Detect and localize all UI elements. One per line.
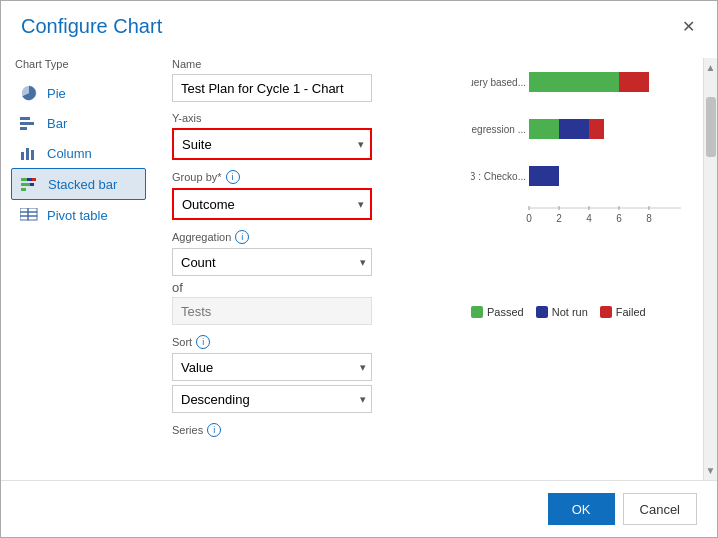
svg-text:4: 4 — [586, 213, 592, 224]
svg-text:Query based...: Query based... — [471, 77, 526, 88]
series-label: Series — [172, 424, 203, 436]
legend-not-run: Not run — [536, 306, 588, 318]
svg-rect-8 — [32, 178, 36, 181]
series-info-icon[interactable]: i — [207, 423, 221, 437]
column-icon — [19, 145, 39, 161]
dialog-footer: OK Cancel — [1, 480, 717, 537]
svg-rect-5 — [31, 150, 34, 160]
svg-text:6: 6 — [616, 213, 622, 224]
groupby-select[interactable]: Outcome Priority State — [174, 190, 370, 218]
yaxis-select[interactable]: Suite Title Priority — [174, 130, 370, 158]
svg-text:13 : Checko...: 13 : Checko... — [471, 171, 526, 182]
stacked-bar-icon — [20, 176, 40, 192]
sidebar-item-stacked-bar-label: Stacked bar — [48, 177, 117, 192]
aggregation-select-wrapper: Count Sum Average ▾ — [172, 248, 372, 276]
sidebar-item-pie[interactable]: Pie — [11, 78, 146, 108]
sidebar-item-pivot-label: Pivot table — [47, 208, 108, 223]
svg-rect-0 — [20, 117, 30, 120]
sort-label: Sort — [172, 336, 192, 348]
groupby-label-row: Group by* i — [172, 170, 447, 184]
name-input[interactable] — [172, 74, 372, 102]
scroll-up-icon[interactable]: ▲ — [706, 58, 716, 77]
sort-order-select-wrapper: Descending Ascending ▾ — [172, 385, 372, 413]
dialog-body: Chart Type Pie Bar Column — [1, 48, 717, 480]
legend-passed: Passed — [471, 306, 524, 318]
legend-passed-label: Passed — [487, 306, 524, 318]
scroll-down-icon[interactable]: ▼ — [706, 461, 716, 480]
groupby-select-wrapper: Outcome Priority State ▾ — [172, 188, 372, 220]
chart-area: Query based... Regression ... 13 : Check… — [471, 58, 695, 298]
cancel-button[interactable]: Cancel — [623, 493, 697, 525]
configure-chart-dialog: Configure Chart ✕ Chart Type Pie Bar — [0, 0, 718, 538]
svg-rect-2 — [20, 127, 27, 130]
chart-svg: Query based... Regression ... 13 : Check… — [471, 58, 691, 258]
title-bar: Configure Chart ✕ — [1, 1, 717, 48]
sidebar-item-stacked-bar[interactable]: Stacked bar — [11, 168, 146, 200]
svg-rect-4 — [26, 148, 29, 160]
bar-icon — [19, 115, 39, 131]
of-input — [172, 297, 372, 325]
aggregation-label-row: Aggregation i — [172, 230, 447, 244]
svg-rect-9 — [21, 183, 30, 186]
dialog-scrollbar[interactable]: ▲ ▼ — [703, 58, 717, 480]
pivot-icon — [19, 207, 39, 223]
svg-rect-16 — [20, 216, 28, 220]
svg-rect-17 — [28, 216, 37, 220]
form-section: Name Y-axis Suite Title Priority ▾ Group… — [156, 58, 463, 480]
svg-rect-25 — [589, 119, 604, 139]
svg-rect-21 — [529, 72, 619, 92]
svg-rect-7 — [27, 178, 32, 181]
ok-button[interactable]: OK — [548, 493, 615, 525]
yaxis-select-wrapper: Suite Title Priority ▾ — [172, 128, 372, 160]
sidebar-item-column-label: Column — [47, 146, 92, 161]
svg-text:0: 0 — [526, 213, 532, 224]
svg-rect-11 — [21, 188, 26, 191]
svg-rect-1 — [20, 122, 34, 125]
sidebar-item-pivot-table[interactable]: Pivot table — [11, 200, 146, 230]
sidebar-item-bar[interactable]: Bar — [11, 108, 146, 138]
svg-rect-3 — [21, 152, 24, 160]
svg-rect-22 — [619, 72, 649, 92]
series-label-row: Series i — [172, 423, 447, 437]
sort-select-wrapper: Value Label ▾ — [172, 353, 372, 381]
of-label: of — [172, 280, 447, 295]
legend-not-run-dot — [536, 306, 548, 318]
dialog-title: Configure Chart — [21, 15, 162, 38]
svg-text:8: 8 — [646, 213, 652, 224]
svg-text:2: 2 — [556, 213, 562, 224]
sort-info-icon[interactable]: i — [196, 335, 210, 349]
sort-label-row: Sort i — [172, 335, 447, 349]
aggregation-select[interactable]: Count Sum Average — [172, 248, 372, 276]
svg-rect-12 — [20, 208, 28, 212]
legend-not-run-label: Not run — [552, 306, 588, 318]
legend-failed-dot — [600, 306, 612, 318]
legend-passed-dot — [471, 306, 483, 318]
chart-preview: Query based... Regression ... 13 : Check… — [463, 58, 703, 480]
svg-rect-23 — [529, 119, 559, 139]
chart-type-sidebar: Chart Type Pie Bar Column — [1, 58, 156, 480]
svg-rect-6 — [21, 178, 27, 181]
aggregation-info-icon[interactable]: i — [235, 230, 249, 244]
close-button[interactable]: ✕ — [676, 15, 701, 38]
sidebar-item-bar-label: Bar — [47, 116, 67, 131]
sidebar-item-column[interactable]: Column — [11, 138, 146, 168]
svg-text:Regression ...: Regression ... — [471, 124, 526, 135]
groupby-info-icon[interactable]: i — [226, 170, 240, 184]
svg-rect-15 — [28, 212, 37, 216]
pie-icon — [19, 85, 39, 101]
scroll-thumb[interactable] — [706, 97, 716, 157]
svg-rect-26 — [529, 166, 559, 186]
chart-type-label: Chart Type — [11, 58, 146, 70]
groupby-label: Group by* — [172, 171, 222, 183]
svg-rect-14 — [20, 212, 28, 216]
sidebar-item-pie-label: Pie — [47, 86, 66, 101]
svg-rect-10 — [30, 183, 34, 186]
aggregation-label: Aggregation — [172, 231, 231, 243]
yaxis-label: Y-axis — [172, 112, 447, 124]
name-label: Name — [172, 58, 447, 70]
legend-failed-label: Failed — [616, 306, 646, 318]
chart-preview-section: Query based... Regression ... 13 : Check… — [463, 58, 717, 480]
legend-failed: Failed — [600, 306, 646, 318]
sort-select[interactable]: Value Label — [172, 353, 372, 381]
sort-order-select[interactable]: Descending Ascending — [172, 385, 372, 413]
